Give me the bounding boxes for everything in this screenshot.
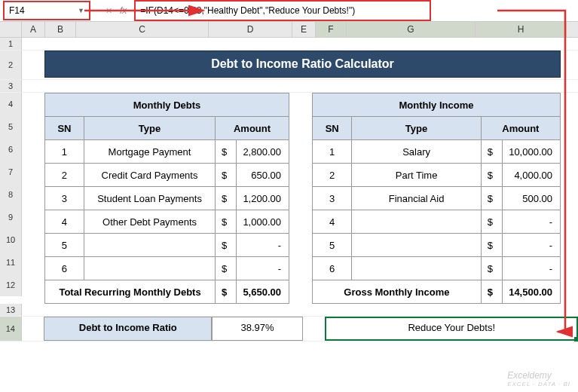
col-header-g[interactable]: G	[347, 22, 476, 37]
spreadsheet-grid: 1 2 Debt to Income Ratio Calculator 3 4 …	[0, 38, 578, 341]
col-header-h[interactable]: H	[476, 22, 567, 37]
name-box-dropdown-icon[interactable]: ▼	[78, 7, 84, 14]
ratio-label: Debt to Income Ratio	[44, 317, 212, 341]
table-row: 2Part Time$4,000.00	[313, 164, 561, 187]
cancel-icon[interactable]: ✕	[106, 6, 112, 16]
name-box[interactable]: ▼	[3, 1, 90, 20]
table-row: 4$-	[313, 210, 561, 234]
income-header: Monthly Income	[313, 93, 561, 117]
column-headers: A B C D E F G H	[0, 22, 578, 38]
income-sn-label: SN	[313, 117, 352, 140]
table-row: 1Salary$10,000.00	[313, 140, 561, 164]
row-header-9[interactable]: 9	[0, 206, 22, 228]
result-text: Reduce Your Debts!	[408, 322, 495, 333]
formula-bar: ▼ ✕ fx	[0, 0, 578, 22]
debts-amount-label: Amount	[216, 117, 289, 140]
row-header-5[interactable]: 5	[0, 115, 22, 138]
table-row: 4Other Debt Payments$1,000.00	[45, 210, 289, 234]
col-header-d[interactable]: D	[209, 22, 292, 37]
result-cell[interactable]: Reduce Your Debts!	[325, 317, 578, 341]
table-row: 5$-	[45, 234, 289, 257]
row-header-11[interactable]: 11	[0, 251, 22, 274]
table-row: 5$-	[313, 234, 561, 257]
debts-type-label: Type	[84, 117, 215, 140]
row-header-8[interactable]: 8	[0, 183, 22, 206]
row-header-4[interactable]: 4	[0, 93, 22, 115]
income-type-label: Type	[352, 117, 481, 140]
income-table: Monthly Income SN Type Amount 1Salary$10…	[312, 93, 561, 304]
row-header-14[interactable]: 14	[0, 317, 22, 341]
fill-handle[interactable]	[574, 337, 578, 341]
row-header-13[interactable]: 13	[0, 304, 22, 316]
col-header-f[interactable]: F	[316, 22, 347, 37]
row-header-7[interactable]: 7	[0, 161, 22, 183]
income-total-row: Gross Monthly Income$14,500.00	[313, 280, 561, 304]
row-header-1[interactable]: 1	[0, 38, 22, 50]
fx-icon[interactable]: fx	[120, 5, 127, 16]
debts-sn-label: SN	[45, 117, 84, 140]
table-row: 6$-	[313, 257, 561, 280]
row-header-12[interactable]: 12	[0, 274, 22, 296]
col-header-c[interactable]: C	[76, 22, 209, 37]
col-header-b[interactable]: B	[45, 22, 76, 37]
ratio-value[interactable]: 38.97%	[212, 317, 303, 341]
table-row: 6$-	[45, 257, 289, 280]
table-row: 3Financial Aid$500.00	[313, 187, 561, 210]
row-header-2[interactable]: 2	[0, 51, 22, 79]
debts-header: Monthly Debts	[45, 93, 289, 117]
debts-total-row: Total Recurring Monthly Debts$5,650.00	[45, 280, 289, 304]
row-header-10[interactable]: 10	[0, 228, 22, 251]
table-row: 1Mortgage Payment$2,800.00	[45, 140, 289, 164]
watermark: Exceldemy EXCEL · DATA · BI	[507, 370, 570, 387]
page-title: Debt to Income Ratio Calculator	[44, 51, 561, 78]
income-amount-label: Amount	[481, 117, 560, 140]
row-header-3[interactable]: 3	[0, 80, 22, 92]
row-header-6[interactable]: 6	[0, 138, 22, 161]
col-header-e[interactable]: E	[292, 22, 316, 37]
table-row: 3Student Loan Payments$1,200.00	[45, 187, 289, 210]
formula-input[interactable]	[134, 0, 431, 21]
table-row: 2Credit Card Payments$650.00	[45, 164, 289, 187]
debts-table: Monthly Debts SN Type Amount 1Mortgage P…	[44, 93, 289, 304]
name-box-input[interactable]	[9, 5, 62, 16]
col-header-a[interactable]: A	[22, 22, 45, 37]
